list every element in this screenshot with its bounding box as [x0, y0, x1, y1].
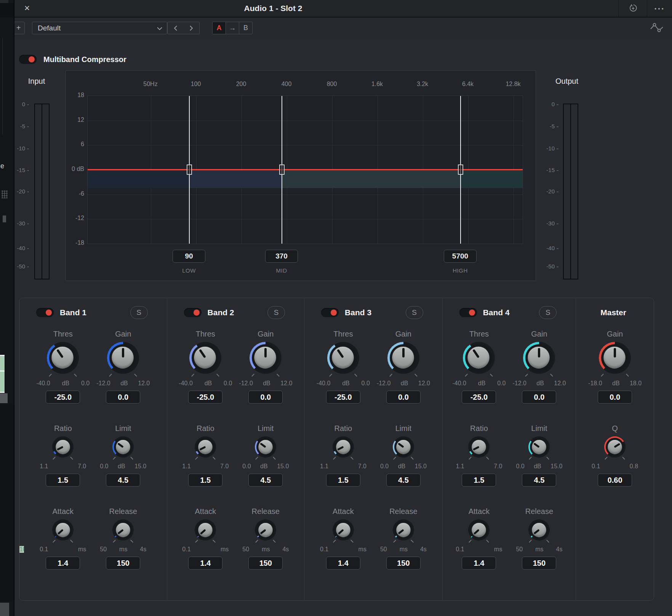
limit-value[interactable]: 4.5 — [106, 474, 140, 487]
release-value[interactable]: 150 — [386, 557, 421, 570]
gain-knob[interactable] — [250, 342, 282, 378]
ratio-knob[interactable] — [333, 436, 354, 461]
release-knob[interactable] — [112, 519, 134, 544]
thres-knob[interactable] — [47, 342, 79, 378]
ratio-knob[interactable] — [195, 436, 216, 461]
band-solo-button[interactable]: S — [406, 306, 423, 319]
ab-copy-button[interactable]: → — [226, 22, 239, 34]
gain-value[interactable]: 0.0 — [386, 391, 421, 404]
gain-value[interactable]: 0.0 — [106, 391, 140, 404]
release-knob[interactable] — [255, 519, 276, 544]
band-enable-toggle[interactable] — [36, 308, 54, 317]
knob-min-tick — [529, 540, 532, 543]
ratio-knob[interactable] — [468, 436, 490, 461]
attack-value[interactable]: 1.4 — [326, 557, 360, 570]
attack-knob[interactable] — [333, 519, 354, 544]
next-preset-button[interactable] — [183, 22, 200, 34]
param-label: Thres — [196, 330, 215, 340]
limit-knob[interactable] — [528, 436, 550, 461]
band-solo-button[interactable]: S — [539, 306, 557, 319]
release-knob[interactable] — [528, 519, 550, 544]
scale-min: 50 — [100, 546, 107, 553]
param: Limit 0.0 dB 15.0 4.5 — [509, 424, 569, 487]
frequency-plot[interactable] — [87, 96, 523, 244]
release-value[interactable]: 150 — [522, 557, 556, 570]
limit-value[interactable]: 4.5 — [522, 474, 556, 487]
band-solo-button[interactable]: S — [267, 306, 285, 319]
release-value[interactable]: 150 — [248, 557, 283, 570]
release-value[interactable]: 150 — [106, 557, 140, 570]
param-label: Q — [612, 424, 618, 434]
attack-value[interactable]: 1.4 — [188, 557, 222, 570]
gain-value[interactable]: 0.0 — [248, 391, 283, 404]
crossover-high-value[interactable]: 5700 — [444, 250, 477, 263]
q-knob[interactable] — [604, 436, 626, 461]
release-knob[interactable] — [393, 519, 414, 544]
gain-curve-line[interactable] — [88, 169, 523, 170]
thres-value[interactable]: -25.0 — [462, 391, 496, 404]
ratio-value[interactable]: 1.5 — [46, 474, 80, 487]
band-name: Band 3 — [345, 308, 406, 317]
attack-knob[interactable] — [195, 519, 216, 544]
crossover-band-label: MID — [276, 267, 287, 274]
thres-knob[interactable] — [463, 342, 495, 378]
limit-knob[interactable] — [255, 436, 276, 461]
ratio-knob[interactable] — [52, 436, 74, 461]
limit-value[interactable]: 4.5 — [386, 474, 421, 487]
attack-knob[interactable] — [468, 519, 490, 544]
band-params: Thres -40.0 dB 0.0 -25.0 Gain — [443, 330, 576, 570]
band-enable-toggle[interactable] — [184, 308, 202, 317]
ab-a-button[interactable]: A — [213, 22, 226, 34]
band-1-column: Band 1 S Thres -40.0 dB 0.0 -25.0 Gain — [19, 298, 167, 600]
ratio-value[interactable]: 1.5 — [462, 474, 496, 487]
crossover-handle[interactable] — [458, 164, 463, 175]
thres-value[interactable]: -25.0 — [188, 391, 222, 404]
param: Gain -12.0 dB 12.0 0.0 — [509, 330, 569, 404]
previous-preset-button[interactable] — [167, 22, 184, 34]
ratio-value[interactable]: 1.5 — [326, 474, 360, 487]
thres-value[interactable]: -25.0 — [326, 391, 360, 404]
scale-min: 0.0 — [380, 463, 389, 470]
ratio-value[interactable]: 1.5 — [188, 474, 222, 487]
param: Ratio 1.1 7.0 1.5 — [449, 424, 509, 487]
knob-min-tick — [251, 374, 254, 377]
scale-unit: dB — [401, 380, 408, 387]
attack-knob[interactable] — [52, 519, 74, 544]
limit-knob[interactable] — [393, 436, 414, 461]
scale-max: 15.0 — [415, 463, 427, 470]
knob-max-tick — [213, 457, 216, 460]
attack-value[interactable]: 1.4 — [462, 557, 496, 570]
plugin-name: Multiband Compressor — [43, 55, 126, 64]
band-enable-toggle[interactable] — [459, 308, 477, 317]
limit-knob[interactable] — [112, 436, 134, 461]
attack-value[interactable]: 1.4 — [46, 557, 80, 570]
crossover-handle[interactable] — [279, 164, 285, 175]
thres-value[interactable]: -25.0 — [46, 391, 80, 404]
reset-button[interactable] — [618, 0, 647, 17]
more-options-button[interactable]: ••• — [647, 0, 672, 17]
plugin-enable-toggle[interactable] — [19, 55, 37, 64]
gain-knob[interactable] — [523, 342, 555, 378]
crossover-band-label: HIGH — [453, 267, 468, 274]
band-solo-button[interactable]: S — [130, 306, 148, 319]
keyframe-curve-icon[interactable] — [648, 21, 665, 34]
gain-value[interactable]: 0.0 — [522, 391, 556, 404]
crossover-low-value[interactable]: 90 — [173, 250, 205, 263]
q-value[interactable]: 0.60 — [598, 474, 632, 487]
crossover-handle[interactable] — [187, 164, 192, 175]
crossover-mid-value[interactable]: 370 — [265, 250, 298, 263]
limit-value[interactable]: 4.5 — [248, 474, 283, 487]
gain-value[interactable]: 0.0 — [598, 391, 632, 404]
scale-unit: dB — [118, 463, 125, 470]
gain-knob[interactable] — [599, 342, 631, 378]
window-title: Audio 1 - Slot 2 — [14, 0, 533, 17]
param-label: Gain — [531, 330, 547, 340]
preset-dropdown[interactable]: Default — [32, 22, 167, 34]
gain-knob[interactable] — [107, 342, 139, 378]
band-enable-toggle[interactable] — [321, 308, 339, 317]
meter-cell — [564, 104, 570, 279]
thres-knob[interactable] — [189, 342, 221, 378]
gain-knob[interactable] — [387, 342, 419, 378]
ab-b-button[interactable]: B — [239, 22, 252, 34]
thres-knob[interactable] — [327, 342, 359, 378]
